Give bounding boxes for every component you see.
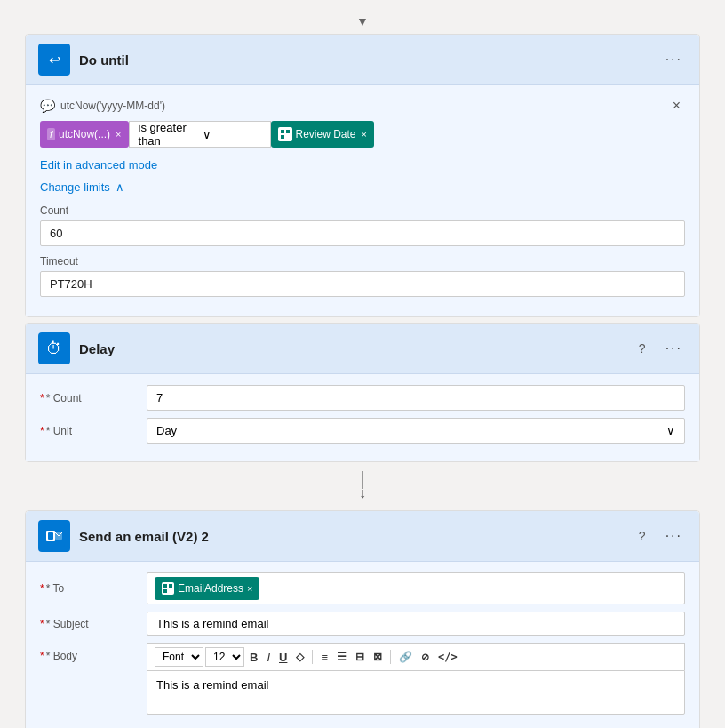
- field-icon: [278, 127, 292, 141]
- count-input[interactable]: [40, 220, 685, 246]
- delay-count-row: ** Count: [40, 385, 685, 411]
- chips-row: f utcNow(...) × is greater than ∨ Review…: [40, 121, 685, 148]
- increase-indent-button[interactable]: ⊠: [370, 649, 386, 665]
- email-body-row: ** Body Font 12 B I U ◇: [40, 643, 685, 715]
- do-until-title: Do until: [79, 52, 661, 68]
- svg-rect-1: [286, 130, 290, 133]
- top-arrow: [25, 9, 700, 34]
- ul-button[interactable]: ≡: [317, 649, 331, 666]
- to-chip-icon: [162, 582, 174, 595]
- delay-title: Delay: [79, 341, 634, 356]
- right-token-close[interactable]: ×: [362, 129, 367, 140]
- to-chip-close-icon[interactable]: ×: [247, 583, 252, 594]
- underline-button[interactable]: U: [275, 649, 291, 666]
- delay-icon: ⏱: [38, 332, 70, 364]
- italic-button[interactable]: I: [263, 649, 274, 666]
- do-until-icon: ↩: [38, 44, 70, 76]
- unlink-button[interactable]: ⊘: [418, 650, 433, 665]
- left-token-chip: f utcNow(...) ×: [40, 121, 129, 148]
- email-body-input[interactable]: This is a remind email: [147, 670, 685, 715]
- email-to-field[interactable]: EmailAddress ×: [147, 572, 685, 604]
- email-title: Send an email (V2) 2: [79, 529, 634, 544]
- svg-rect-11: [163, 589, 167, 593]
- svg-rect-2: [281, 135, 284, 139]
- font-size-select[interactable]: 12: [205, 647, 244, 667]
- svg-rect-5: [48, 532, 53, 540]
- right-token-chip: Review Date ×: [271, 121, 374, 148]
- timeout-input[interactable]: [40, 271, 685, 297]
- expression-label-row: 💬 utcNow('yyyy-MM-dd') ×: [40, 96, 685, 116]
- timeout-field-group: Timeout: [40, 255, 685, 297]
- change-limits-row: Change limits ∧: [40, 180, 685, 194]
- highlight-button[interactable]: ◇: [292, 649, 307, 665]
- email-more-button[interactable]: ···: [661, 526, 687, 546]
- expression-close-button[interactable]: ×: [668, 96, 685, 116]
- left-token-close[interactable]: ×: [116, 129, 121, 140]
- svg-rect-10: [169, 584, 172, 588]
- do-until-body: 💬 utcNow('yyyy-MM-dd') × f utcNow(...) ×…: [26, 85, 699, 316]
- email-subject-input[interactable]: [147, 612, 685, 636]
- condition-label: is greater than: [139, 121, 197, 148]
- email-subject-row: ** Subject: [40, 612, 685, 636]
- code-button[interactable]: </>: [434, 649, 461, 665]
- link-button[interactable]: 🔗: [395, 649, 416, 665]
- delay-unit-row: ** Unit Day ∨: [40, 418, 685, 444]
- do-until-card: ↩ Do until ··· 💬 utcNow('yyyy-MM-dd') × …: [25, 34, 700, 317]
- expression-label-text: utcNow('yyyy-MM-dd'): [60, 100, 165, 112]
- delay-more-button[interactable]: ···: [661, 339, 687, 358]
- toolbar-sep1: [312, 650, 313, 664]
- email-actions: ? ···: [634, 526, 687, 546]
- arrow-head-icon: ↓: [359, 485, 366, 501]
- email-to-chip: EmailAddress ×: [155, 577, 259, 600]
- change-limits-chevron-icon: ∧: [116, 180, 124, 194]
- email-header: Send an email (V2) 2 ? ···: [26, 511, 699, 562]
- do-until-header: ↩ Do until ···: [26, 35, 699, 85]
- email-body-toolbar: Font 12 B I U ◇ ≡ ☰ ⊟ ⊠: [147, 643, 685, 670]
- bold-button[interactable]: B: [246, 649, 261, 666]
- count-field-group: Count: [40, 204, 685, 246]
- do-until-more-button[interactable]: ···: [661, 50, 687, 69]
- delay-count-label: ** Count: [40, 392, 147, 404]
- condition-chevron-icon: ∨: [203, 128, 261, 141]
- ol-button[interactable]: ☰: [333, 649, 350, 665]
- toolbar-sep2: [390, 650, 391, 664]
- edit-advanced-link[interactable]: Edit in advanced mode: [40, 158, 157, 172]
- email-body-content: This is a remind email: [156, 678, 268, 692]
- email-to-row: ** To EmailAddress ×: [40, 572, 685, 604]
- change-limits-link[interactable]: Change limits: [40, 180, 110, 194]
- decrease-indent-button[interactable]: ⊟: [352, 649, 368, 665]
- svg-rect-9: [163, 584, 167, 588]
- delay-unit-value: Day: [156, 424, 177, 437]
- email-card: Send an email (V2) 2 ? ··· ** To EmailAd…: [25, 510, 700, 728]
- delay-header: ⏱ Delay ? ···: [26, 324, 699, 374]
- email-body: ** To EmailAddress × ** Subject: [26, 562, 699, 728]
- delay-count-input[interactable]: [147, 385, 685, 411]
- delay-body: ** Count ** Unit Day ∨: [26, 374, 699, 461]
- svg-rect-0: [281, 130, 284, 133]
- font-select[interactable]: Font: [155, 647, 203, 667]
- delay-help-button[interactable]: ?: [634, 340, 650, 357]
- delay-unit-label: ** Unit: [40, 425, 147, 437]
- do-until-actions: ···: [661, 50, 687, 69]
- email-to-label: ** To: [40, 582, 147, 595]
- right-token-label: Review Date: [296, 128, 356, 140]
- count-label: Count: [40, 204, 685, 217]
- email-body-editor-wrapper: Font 12 B I U ◇ ≡ ☰ ⊟ ⊠: [147, 643, 685, 715]
- email-help-button[interactable]: ?: [634, 527, 650, 545]
- expression-icon: 💬: [40, 99, 55, 113]
- email-to-chip-label: EmailAddress: [178, 582, 243, 595]
- delay-unit-select[interactable]: Day ∨: [147, 418, 685, 444]
- left-token-label: utcNow(...): [59, 128, 110, 140]
- inter-arrow: ↓: [25, 462, 700, 510]
- delay-card: ⏱ Delay ? ··· ** Count ** Unit Day: [25, 323, 700, 462]
- timeout-label: Timeout: [40, 255, 685, 268]
- email-subject-label: ** Subject: [40, 618, 147, 630]
- condition-select[interactable]: is greater than ∨: [129, 121, 271, 148]
- email-app-icon: [38, 520, 70, 552]
- email-body-label: ** Body: [40, 643, 147, 662]
- formula-icon: f: [47, 128, 55, 140]
- delay-actions: ? ···: [634, 339, 687, 358]
- delay-unit-chevron-icon: ∨: [666, 424, 675, 437]
